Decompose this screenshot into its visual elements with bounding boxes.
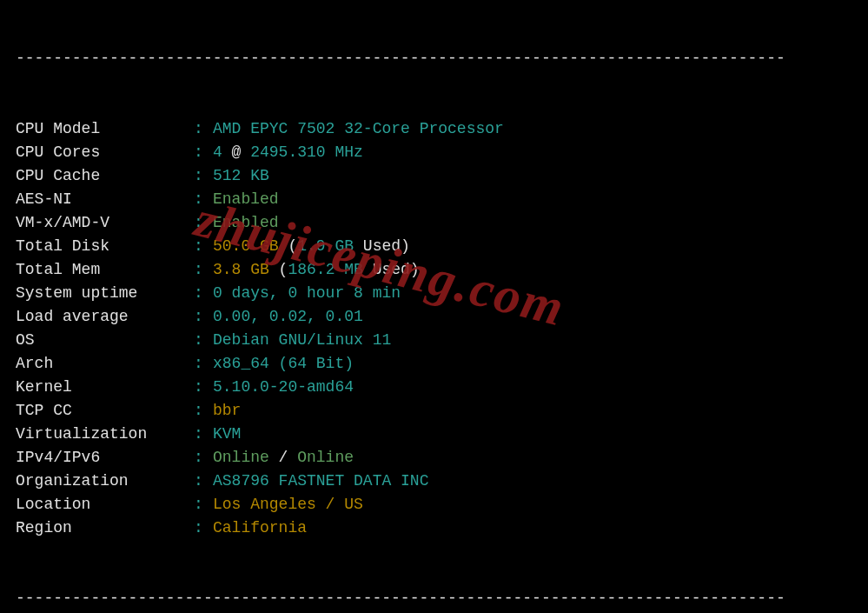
value-part: 1.9 GB [297, 237, 354, 255]
value-part: AS8796 FASTNET DATA INC [213, 472, 428, 490]
value-part: 0 days, 0 hour 8 min [213, 284, 401, 302]
field-value: AMD EPYC 7502 32-Core Processor [213, 117, 504, 141]
value-part: 186.2 MB [288, 261, 362, 278]
field-label: Region [16, 516, 194, 540]
value-part: 0.00, 0.02, 0.01 [213, 308, 363, 325]
value-part: 50.0 GB [213, 237, 279, 255]
colon-separator: : [194, 516, 213, 540]
field-label: CPU Model [16, 117, 194, 141]
field-value: x86_64 (64 Bit) [213, 352, 354, 376]
sysinfo-row: Kernel: 5.10.0-20-amd64 [16, 376, 852, 399]
value-part: Los Angeles / US [213, 496, 363, 513]
colon-separator: : [194, 164, 213, 188]
colon-separator: : [194, 188, 213, 211]
field-value: California [213, 516, 307, 540]
value-part: 2495.310 MHz [250, 143, 363, 161]
value-part: Debian GNU/Linux 11 [213, 331, 391, 349]
colon-separator: : [194, 258, 213, 282]
value-part: Online [297, 449, 354, 466]
colon-separator: : [194, 493, 213, 516]
colon-separator: : [194, 423, 213, 446]
field-value: Los Angeles / US [213, 493, 363, 516]
field-label: Total Disk [16, 235, 194, 258]
field-label: Location [16, 493, 194, 516]
value-part: 512 KB [213, 167, 269, 184]
colon-separator: : [194, 305, 213, 329]
field-value: bbr [213, 399, 241, 423]
field-value: AS8796 FASTNET DATA INC [213, 470, 428, 493]
value-part: 4 [213, 143, 222, 161]
field-label: IPv4/IPv6 [16, 446, 194, 470]
field-value: KVM [213, 423, 241, 446]
field-value: Enabled [213, 211, 279, 235]
sysinfo-row: Organization: AS8796 FASTNET DATA INC [16, 470, 852, 493]
terminal-output: ----------------------------------------… [0, 0, 868, 613]
field-label: Arch [16, 352, 194, 376]
colon-separator: : [194, 282, 213, 305]
value-part: 3.8 GB [213, 261, 269, 278]
field-value: Online / Online [213, 446, 354, 470]
colon-separator: : [194, 141, 213, 164]
field-label: OS [16, 329, 194, 352]
field-label: TCP CC [16, 399, 194, 423]
sysinfo-row: CPU Model: AMD EPYC 7502 32-Core Process… [16, 117, 852, 141]
value-part: Enabled [213, 190, 279, 208]
divider-top: ----------------------------------------… [16, 47, 852, 70]
sysinfo-row: AES-NI: Enabled [16, 188, 852, 211]
field-label: Kernel [16, 376, 194, 399]
colon-separator: : [194, 235, 213, 258]
field-label: AES-NI [16, 188, 194, 211]
field-value: Enabled [213, 188, 279, 211]
value-part: Online [213, 449, 269, 466]
field-label: CPU Cache [16, 164, 194, 188]
value-part: California [213, 519, 307, 536]
colon-separator: : [194, 399, 213, 423]
value-part: @ [222, 143, 250, 161]
colon-separator: : [194, 352, 213, 376]
sysinfo-row: Location: Los Angeles / US [16, 493, 852, 516]
field-label: Virtualization [16, 423, 194, 446]
value-part: bbr [213, 402, 241, 419]
sysinfo-row: CPU Cache: 512 KB [16, 164, 852, 188]
field-label: Organization [16, 470, 194, 493]
field-value: 0 days, 0 hour 8 min [213, 282, 401, 305]
value-part: Used) [354, 237, 410, 255]
divider-mid: ----------------------------------------… [16, 587, 852, 610]
field-value: 50.0 GB (1.9 GB Used) [213, 235, 410, 258]
sysinfo-row: OS: Debian GNU/Linux 11 [16, 329, 852, 352]
colon-separator: : [194, 211, 213, 235]
sysinfo-row: Region: California [16, 516, 852, 540]
field-value: 5.10.0-20-amd64 [213, 376, 354, 399]
field-label: Total Mem [16, 258, 194, 282]
value-part: ( [269, 261, 288, 278]
field-label: System uptime [16, 282, 194, 305]
value-part: 5.10.0-20-amd64 [213, 378, 354, 396]
value-part: KVM [213, 425, 241, 443]
sysinfo-row: VM-x/AMD-V: Enabled [16, 211, 852, 235]
colon-separator: : [194, 446, 213, 470]
sysinfo-row: Arch: x86_64 (64 Bit) [16, 352, 852, 376]
colon-separator: : [194, 470, 213, 493]
value-part: Enabled [213, 214, 279, 231]
colon-separator: : [194, 329, 213, 352]
system-info-block: CPU Model: AMD EPYC 7502 32-Core Process… [16, 117, 852, 540]
sysinfo-row: CPU Cores: 4 @ 2495.310 MHz [16, 141, 852, 164]
sysinfo-row: IPv4/IPv6: Online / Online [16, 446, 852, 470]
field-value: 512 KB [213, 164, 269, 188]
value-part: ( [279, 237, 298, 255]
field-value: 0.00, 0.02, 0.01 [213, 305, 363, 329]
sysinfo-row: System uptime: 0 days, 0 hour 8 min [16, 282, 852, 305]
sysinfo-row: TCP CC: bbr [16, 399, 852, 423]
value-part: / [269, 449, 297, 466]
colon-separator: : [194, 117, 213, 141]
colon-separator: : [194, 376, 213, 399]
sysinfo-row: Virtualization: KVM [16, 423, 852, 446]
field-label: CPU Cores [16, 141, 194, 164]
sysinfo-row: Total Disk: 50.0 GB (1.9 GB Used) [16, 235, 852, 258]
sysinfo-row: Load average: 0.00, 0.02, 0.01 [16, 305, 852, 329]
field-label: VM-x/AMD-V [16, 211, 194, 235]
field-value: 4 @ 2495.310 MHz [213, 141, 363, 164]
sysinfo-row: Total Mem: 3.8 GB (186.2 MB Used) [16, 258, 852, 282]
field-label: Load average [16, 305, 194, 329]
value-part: AMD EPYC 7502 32-Core Processor [213, 120, 504, 137]
